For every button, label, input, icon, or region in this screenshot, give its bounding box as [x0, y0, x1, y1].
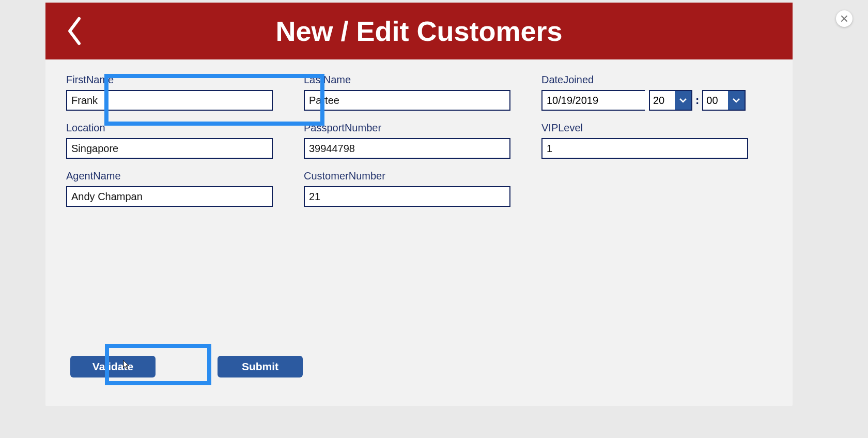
form-card: New / Edit Customers FirstName LastName … [45, 3, 793, 406]
customernumber-input[interactable] [304, 186, 510, 207]
form-header: New / Edit Customers [45, 3, 793, 59]
passportnumber-input[interactable] [304, 138, 510, 159]
chevron-down-icon [732, 98, 740, 103]
date-input-wrap [541, 90, 645, 111]
close-button[interactable] [836, 10, 853, 27]
agentname-input[interactable] [66, 186, 273, 207]
hour-value: 20 [650, 91, 675, 110]
form-area: FirstName LastName DateJoined [45, 59, 793, 207]
form-row-1: FirstName LastName DateJoined [66, 74, 772, 111]
minute-value: 00 [703, 91, 728, 110]
viplevel-input[interactable] [541, 138, 748, 159]
customernumber-label: CustomerNumber [304, 170, 510, 182]
validate-button[interactable]: Validate [70, 356, 156, 377]
datejoined-group: 20 : 00 [541, 90, 748, 111]
close-icon [841, 15, 848, 22]
time-separator: : [695, 94, 699, 107]
location-label: Location [66, 122, 273, 134]
form-row-3: AgentName CustomerNumber [66, 170, 772, 207]
firstname-input[interactable] [66, 90, 273, 111]
agentname-label: AgentName [66, 170, 273, 182]
viplevel-label: VIPLevel [541, 122, 748, 134]
datejoined-label: DateJoined [541, 74, 748, 86]
field-passportnumber: PassportNumber [304, 122, 510, 159]
field-lastname: LastName [304, 74, 510, 111]
field-location: Location [66, 122, 273, 159]
field-viplevel: VIPLevel [541, 122, 748, 159]
field-customernumber: CustomerNumber [304, 170, 510, 207]
field-agentname: AgentName [66, 170, 273, 207]
minute-select[interactable]: 00 [702, 90, 746, 111]
passportnumber-label: PassportNumber [304, 122, 510, 134]
button-row: Validate Submit [70, 356, 303, 377]
hour-dropdown-button[interactable] [675, 91, 691, 110]
submit-button[interactable]: Submit [218, 356, 303, 377]
firstname-label: FirstName [66, 74, 273, 86]
lastname-label: LastName [304, 74, 510, 86]
lastname-input[interactable] [304, 90, 510, 111]
location-input[interactable] [66, 138, 273, 159]
field-datejoined: DateJoined [541, 74, 748, 111]
chevron-left-icon [66, 16, 82, 47]
chevron-down-icon [679, 98, 687, 103]
form-row-2: Location PassportNumber VIPLevel [66, 122, 772, 159]
back-button[interactable] [61, 13, 87, 49]
page-title: New / Edit Customers [45, 15, 793, 47]
minute-dropdown-button[interactable] [728, 91, 745, 110]
field-firstname: FirstName [66, 74, 273, 111]
hour-select[interactable]: 20 [649, 90, 692, 111]
